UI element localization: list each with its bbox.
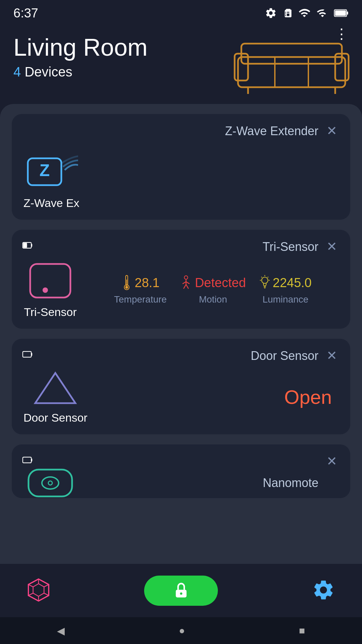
tri-sensor-close-button[interactable]: ✕	[323, 238, 340, 255]
door-sensor-battery-icon	[22, 348, 33, 362]
luminance-value: 2245.0	[259, 275, 312, 291]
door-sensor-icon-area: Door Sensor	[23, 370, 87, 424]
svg-text:Z: Z	[40, 161, 50, 180]
tri-sensor-battery-icon	[22, 239, 33, 253]
svg-line-51	[28, 584, 33, 587]
nanomote-battery-icon	[22, 454, 33, 468]
android-home-button[interactable]: ●	[179, 625, 185, 636]
svg-point-17	[43, 287, 48, 293]
settings-status-icon	[265, 7, 277, 19]
svg-point-21	[125, 286, 128, 288]
door-sensor-type-label: Door Sensor	[23, 349, 318, 363]
status-bar: 6:37	[0, 0, 362, 23]
battery-icon	[334, 8, 349, 18]
sofa-illustration	[231, 30, 352, 97]
motion-label: Motion	[199, 294, 227, 305]
svg-rect-15	[23, 243, 27, 248]
svg-rect-36	[23, 352, 32, 357]
temperature-reading: 28.1 Temperature	[114, 275, 167, 305]
zwave-extender-card: ✕ Z-Wave Extender Z Z-Wave Ex	[12, 114, 350, 220]
settings-nav-button[interactable]	[312, 578, 335, 603]
luminance-reading: 2245.0 Luminance	[259, 275, 312, 305]
tri-sensor-readings: 28.1 Temperature	[87, 275, 339, 305]
svg-line-25	[186, 281, 189, 283]
zwave-close-button[interactable]: ✕	[323, 122, 340, 139]
svg-rect-39	[23, 457, 32, 463]
devices-label: Devices	[24, 64, 72, 79]
svg-point-42	[42, 477, 59, 489]
hub-icon	[27, 578, 50, 602]
lock-icon	[172, 581, 190, 600]
wifi-icon	[298, 7, 311, 19]
header: ⋮ Living Room 4 Devices	[0, 23, 362, 104]
device-count: 4	[13, 64, 21, 79]
tri-sensor-type-label: Tri-Sensor	[23, 240, 318, 254]
svg-rect-40	[31, 459, 32, 462]
settings-nav-icon	[312, 578, 335, 602]
android-recent-button[interactable]: ■	[299, 625, 305, 636]
door-sensor-device-icon	[32, 370, 79, 407]
home-lock-button[interactable]	[144, 576, 218, 606]
svg-point-22	[184, 276, 188, 279]
tri-sensor-icon-area: Tri-Sensor	[23, 261, 77, 319]
door-sensor-card-body: Door Sensor Open	[23, 370, 339, 424]
tri-sensor-device-name: Tri-Sensor	[24, 306, 76, 319]
svg-line-47	[44, 584, 49, 587]
nanomote-close-button[interactable]: ✕	[323, 453, 340, 470]
motion-icon	[180, 275, 192, 291]
motion-value: Detected	[180, 275, 246, 291]
sim-card-icon	[282, 7, 292, 19]
svg-line-26	[184, 284, 186, 289]
android-back-button[interactable]: ◀	[57, 625, 65, 637]
temperature-number: 28.1	[135, 276, 160, 290]
bottom-navigation	[0, 564, 362, 617]
zwave-device-name: Z-Wave Ex	[23, 197, 79, 210]
signal-icon	[316, 7, 328, 19]
status-time: 6:37	[13, 6, 38, 20]
svg-rect-20	[126, 279, 127, 286]
temperature-label: Temperature	[114, 294, 167, 305]
android-nav-bar: ◀ ● ■	[0, 617, 362, 644]
tri-sensor-device-icon	[27, 261, 74, 301]
svg-line-24	[183, 281, 186, 283]
nanomote-device-icon	[27, 468, 74, 498]
motion-status: Detected	[195, 276, 246, 290]
svg-rect-4	[241, 44, 342, 64]
svg-line-27	[186, 284, 188, 289]
status-icons	[265, 7, 349, 19]
hub-nav-button[interactable]	[27, 578, 50, 603]
nanomote-card-body: Nanomote	[23, 468, 339, 498]
thermometer-icon	[121, 275, 132, 291]
door-sensor-close-button[interactable]: ✕	[323, 347, 340, 364]
svg-rect-1	[347, 12, 348, 15]
zwave-device-icon: Z	[24, 152, 78, 192]
zwave-card-body: Z Z-Wave Ex	[23, 148, 339, 210]
temperature-value: 28.1	[121, 275, 160, 291]
zwave-icon-area: Z Z-Wave Ex	[23, 152, 79, 210]
zwave-type-label: Z-Wave Extender	[23, 124, 339, 138]
svg-point-28	[261, 277, 268, 283]
luminance-number: 2245.0	[273, 276, 312, 290]
svg-rect-41	[28, 470, 72, 496]
svg-rect-14	[31, 244, 32, 247]
door-sensor-device-name: Door Sensor	[23, 411, 87, 424]
door-sensor-status: Open	[284, 386, 332, 408]
svg-line-50	[28, 593, 33, 595]
nanomote-icon-area	[23, 468, 77, 498]
nanomote-type-label: Nanomote	[87, 476, 339, 490]
svg-point-43	[48, 481, 52, 485]
svg-line-48	[44, 593, 49, 595]
svg-rect-37	[31, 353, 32, 356]
door-sensor-card: ✕ Door Sensor Door Sensor Open	[12, 339, 350, 434]
tri-sensor-card: ✕ Tri-Sensor Tri-Sensor	[12, 230, 350, 329]
svg-rect-2	[335, 10, 346, 16]
svg-point-53	[180, 592, 182, 595]
bulb-icon	[259, 275, 270, 291]
svg-marker-38	[35, 373, 75, 403]
tri-sensor-card-body: Tri-Sensor 28.1 Temperature	[23, 261, 339, 319]
nanomote-card: ✕ Nanomote	[12, 444, 350, 498]
svg-rect-16	[30, 264, 70, 298]
svg-marker-45	[33, 584, 44, 596]
door-sensor-status-area: Open	[98, 386, 339, 408]
svg-line-32	[267, 277, 268, 277]
